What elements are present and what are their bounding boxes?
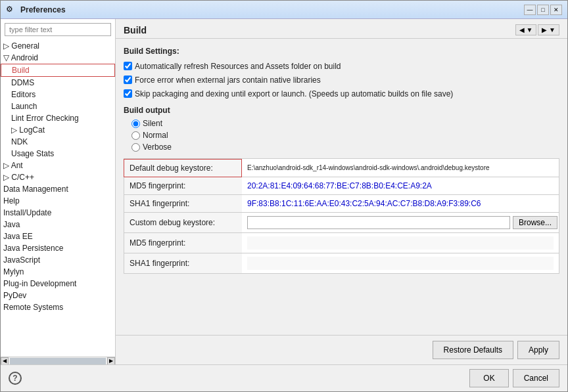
scroll-left-btn[interactable]: ◀ — [1, 357, 9, 365]
main-panel: Build ◀ ▼ ▶ ▼ Build Settings: Automatica… — [116, 19, 567, 364]
sidebar-item-java-persistence[interactable]: Java Persistence — [1, 242, 115, 254]
sidebar-item-java-ee[interactable]: Java EE — [1, 230, 115, 242]
sidebar-item-help[interactable]: Help — [1, 195, 115, 207]
footer-right: OK Cancel — [469, 369, 559, 387]
sidebar-item-general[interactable]: ▷ General — [1, 40, 115, 52]
apply-button[interactable]: Apply — [517, 341, 559, 359]
footer-left: ? — [9, 372, 22, 385]
expand-icon: ▽ — [3, 53, 11, 62]
content-area: ▷ General ▽ Android Build DDMS Editors L… — [1, 19, 567, 364]
footer: ? OK Cancel — [1, 364, 567, 391]
md5-label: MD5 fingerprint: — [124, 177, 242, 195]
sidebar-item-android[interactable]: ▽ Android — [1, 52, 115, 64]
verbose-radio[interactable] — [131, 143, 140, 152]
default-keystore-label: Default debug keystore: — [124, 159, 242, 177]
sidebar-item-build[interactable]: Build — [1, 64, 115, 77]
build-output-label: Build output — [124, 106, 559, 115]
sha1-label: SHA1 fingerprint: — [124, 195, 242, 213]
expand-icon: ▷ — [3, 161, 11, 170]
custom-md5-label: MD5 fingerprint: — [124, 233, 242, 253]
sidebar-item-editors[interactable]: Editors — [1, 89, 115, 100]
sidebar-item-install[interactable]: Install/Update — [1, 207, 115, 219]
window-title: Preferences — [20, 5, 524, 14]
skip-packaging-label: Skip packaging and dexing until export o… — [135, 89, 453, 100]
cancel-button[interactable]: Cancel — [513, 369, 559, 387]
custom-sha1-label: SHA1 fingerprint: — [124, 253, 242, 274]
title-bar-buttons: — □ ✕ — [524, 5, 562, 15]
keystore-grid: Default debug keystore: E:\anzhuo\androi… — [124, 158, 559, 274]
custom-keystore-input[interactable] — [247, 216, 510, 229]
sidebar: ▷ General ▽ Android Build DDMS Editors L… — [1, 19, 116, 364]
sidebar-item-lint[interactable]: Lint Error Checking — [1, 112, 115, 124]
sidebar-item-ddms[interactable]: DDMS — [1, 77, 115, 89]
sidebar-item-data-mgmt[interactable]: Data Management — [1, 183, 115, 195]
checkbox-auto-refresh: Automatically refresh Resources and Asse… — [124, 61, 559, 72]
sidebar-scrollbar[interactable]: ◀ ▶ — [1, 357, 115, 364]
browse-button[interactable]: Browse... — [513, 216, 557, 229]
page-title: Build — [124, 25, 147, 35]
force-error-checkbox[interactable] — [124, 76, 132, 84]
sidebar-item-ndk[interactable]: NDK — [1, 136, 115, 148]
verbose-label: Verbose — [143, 142, 172, 152]
checkbox-force-error: Force error when external jars contain n… — [124, 75, 559, 86]
main-body: Build Settings: Automatically refresh Re… — [116, 39, 567, 335]
bottom-bar: Restore Defaults Apply — [116, 335, 567, 364]
back-button[interactable]: ◀ ▼ — [515, 24, 537, 35]
skip-packaging-checkbox[interactable] — [124, 89, 132, 98]
default-keystore-value: E:\anzhuo\android-sdk_r14-windows\androi… — [242, 159, 559, 177]
main-header: Build ◀ ▼ ▶ ▼ — [116, 19, 567, 39]
help-button[interactable]: ? — [9, 372, 22, 385]
custom-md5-value — [242, 233, 559, 253]
custom-sha1-input[interactable] — [247, 257, 554, 270]
sidebar-item-cpp[interactable]: ▷ C/C++ — [1, 171, 115, 183]
sidebar-item-usage[interactable]: Usage Stats — [1, 148, 115, 160]
forward-button[interactable]: ▶ ▼ — [538, 24, 559, 35]
sidebar-item-launch[interactable]: Launch — [1, 100, 115, 112]
radio-normal: Normal — [131, 131, 559, 140]
sidebar-item-plugin[interactable]: Plug-in Development — [1, 278, 115, 290]
radio-silent: Silent — [131, 119, 559, 128]
expand-icon: ▷ — [11, 125, 19, 135]
checkbox-skip-packaging: Skip packaging and dexing until export o… — [124, 89, 559, 100]
title-bar: ⚙ Preferences — □ ✕ — [1, 1, 567, 19]
sidebar-item-mylyn[interactable]: Mylyn — [1, 266, 115, 278]
sidebar-item-logcat[interactable]: ▷ LogCat — [1, 124, 115, 136]
preferences-window: ⚙ Preferences — □ ✕ ▷ General ▽ Android … — [0, 0, 568, 392]
search-input[interactable] — [5, 23, 111, 36]
nav-arrows: ◀ ▼ ▶ ▼ — [515, 24, 559, 35]
sidebar-item-java[interactable]: Java — [1, 219, 115, 230]
expand-icon: ▷ — [3, 41, 11, 51]
radio-verbose: Verbose — [131, 142, 559, 152]
auto-refresh-label: Automatically refresh Resources and Asse… — [135, 61, 341, 72]
build-settings-label: Build Settings: — [124, 47, 559, 56]
scroll-track — [10, 358, 106, 364]
restore-defaults-button[interactable]: Restore Defaults — [433, 341, 513, 359]
window-icon: ⚙ — [6, 5, 16, 15]
sidebar-item-ant[interactable]: ▷ Ant — [1, 160, 115, 171]
silent-label: Silent — [143, 119, 162, 128]
scroll-right-btn[interactable]: ▶ — [107, 357, 115, 365]
custom-keystore-label: Custom debug keystore: — [124, 213, 242, 233]
sidebar-item-pydev[interactable]: PyDev — [1, 290, 115, 301]
auto-refresh-checkbox[interactable] — [124, 62, 132, 70]
md5-value: 20:2A:81:E4:09:64:68:77:BE:C7:8B:B0:E4:C… — [242, 177, 559, 195]
sha1-value: 9F:83:B8:1C:11:6E:AA:E0:43:C2:5A:94:AC:C… — [242, 195, 559, 213]
custom-sha1-value — [242, 253, 559, 274]
sidebar-item-remote[interactable]: Remote Systems — [1, 301, 115, 313]
normal-radio[interactable] — [131, 131, 140, 140]
minimize-button[interactable]: — — [524, 5, 536, 15]
custom-keystore-value: Browse... — [242, 213, 559, 233]
tree: ▷ General ▽ Android Build DDMS Editors L… — [1, 40, 115, 357]
maximize-button[interactable]: □ — [537, 5, 549, 15]
sidebar-item-javascript[interactable]: JavaScript — [1, 254, 115, 266]
force-error-label: Force error when external jars contain n… — [135, 75, 321, 86]
silent-radio[interactable] — [131, 120, 140, 128]
custom-md5-input[interactable] — [247, 236, 554, 250]
expand-icon: ▷ — [3, 173, 11, 182]
ok-button[interactable]: OK — [469, 369, 508, 387]
normal-label: Normal — [143, 131, 168, 140]
close-button[interactable]: ✕ — [550, 5, 562, 15]
